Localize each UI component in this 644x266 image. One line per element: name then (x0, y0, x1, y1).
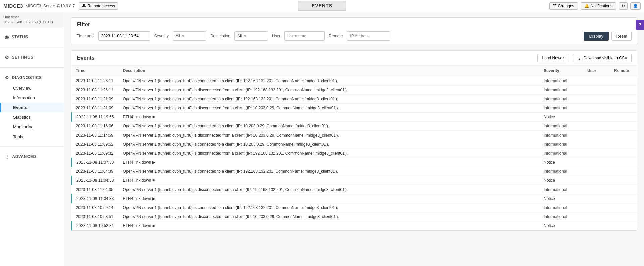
cell-remote (610, 158, 637, 167)
cell-user (583, 185, 610, 194)
cell-severity: Informational (540, 95, 583, 104)
sidebar-item-events[interactable]: Events (0, 103, 64, 112)
remote-access-button[interactable]: 🖧 Remote access (79, 2, 118, 10)
cell-remote (610, 95, 637, 104)
refresh-button[interactable]: ↻ (619, 2, 628, 10)
sidebar-item-tools[interactable]: Tools (0, 132, 64, 142)
col-header-description: Description (119, 66, 540, 76)
cell-user (583, 203, 610, 212)
load-newer-button[interactable]: Load Newer (537, 54, 569, 62)
sidebar-item-status[interactable]: ◉ STATUS (0, 32, 64, 42)
cell-description: OpenVPN server 1 (tunnel: ovpn_tun0) is … (119, 104, 540, 113)
cell-user (583, 95, 610, 104)
cell-remote (610, 76, 637, 86)
table-row: 2023-11-08 11:04:35OpenVPN server 1 (tun… (72, 185, 637, 194)
cell-severity: Informational (540, 122, 583, 131)
display-button[interactable]: Display (584, 32, 609, 41)
sidebar: Unit time: 2023-11-08 11:28:59 (UTC+1) ◉… (0, 12, 64, 266)
cell-time: 2023-11-08 11:21:09 (72, 104, 119, 113)
download-icon: ⭳ (577, 56, 581, 60)
logo: M!DGE3 (3, 3, 23, 9)
cell-description: OpenVPN server 1 (tunnel: ovpn_tun0) is … (119, 131, 540, 140)
cell-time: 2023-11-08 10:52:31 (72, 221, 119, 230)
cell-remote (610, 176, 637, 185)
remote-access-icon: 🖧 (82, 4, 86, 8)
remote-input[interactable] (347, 31, 390, 41)
sidebar-item-settings[interactable]: ⚙ SETTINGS (0, 52, 64, 63)
nav-section-status: ◉ STATUS (0, 28, 64, 46)
cell-user (583, 167, 610, 176)
download-csv-button[interactable]: ⭳ Download visible in CSV (573, 54, 632, 62)
severity-label: Severity (154, 34, 169, 38)
sidebar-item-monitoring[interactable]: Monitoring (0, 122, 64, 132)
severity-select[interactable]: All ▼ (173, 31, 206, 41)
cell-user (583, 104, 610, 113)
cell-description: ETH4 link down ▶ (119, 158, 540, 167)
sidebar-item-overview[interactable]: Overview (0, 83, 64, 93)
diagnostics-icon: ⚙ (5, 75, 9, 81)
filter-actions: Display Reset (584, 32, 632, 41)
cell-severity: Informational (540, 76, 583, 86)
bell-icon: 🔔 (584, 4, 589, 8)
cell-remote (610, 221, 637, 230)
reset-button[interactable]: Reset (611, 32, 632, 41)
events-header-right: Load Newer ⭳ Download visible in CSV (537, 54, 632, 62)
cell-severity: Notice (540, 176, 583, 185)
sidebar-item-statistics[interactable]: Statistics (0, 112, 64, 122)
cell-remote (610, 140, 637, 149)
col-header-severity: Severity (540, 66, 583, 76)
cell-user (583, 113, 610, 122)
col-header-remote: Remote (610, 66, 637, 76)
user-label: User (272, 34, 280, 38)
cell-description: OpenVPN server 1 (tunnel: ovpn_tun0) is … (119, 167, 540, 176)
cell-user (583, 122, 610, 131)
user-button[interactable]: 👤 (630, 2, 641, 10)
sidebar-item-information[interactable]: Information (0, 93, 64, 103)
filter-title: Filter (77, 22, 632, 28)
table-row: 2023-11-08 11:16:06OpenVPN server 1 (tun… (72, 122, 637, 131)
cell-user (583, 76, 610, 86)
user-input[interactable] (284, 31, 325, 41)
header-right: ☷ Changes 🔔 Notifications ↻ 👤 (549, 2, 641, 10)
cell-remote (610, 194, 637, 203)
time-until-label: Time until (77, 34, 94, 38)
sidebar-item-diagnostics[interactable]: ⚙ DIAGNOSTICS (0, 72, 64, 83)
nav-divider-3 (0, 146, 64, 147)
cell-user (583, 158, 610, 167)
cell-severity: Informational (540, 185, 583, 194)
help-button[interactable]: ? (636, 20, 644, 30)
cell-severity: Notice (540, 113, 583, 122)
cell-time: 2023-11-08 11:04:39 (72, 167, 119, 176)
table-row: 2023-11-08 11:14:59OpenVPN server 1 (tun… (72, 131, 637, 140)
unit-time: Unit time: 2023-11-08 11:28:59 (UTC+1) (0, 12, 64, 28)
description-label: Description (210, 34, 230, 38)
cell-time: 2023-11-08 11:26:11 (72, 76, 119, 86)
page-title: EVENTS (298, 1, 346, 11)
cell-time: 2023-11-08 11:26:11 (72, 86, 119, 95)
description-select[interactable]: All ▼ (234, 31, 268, 41)
cell-time: 2023-11-08 11:16:06 (72, 122, 119, 131)
cell-severity: Informational (540, 203, 583, 212)
time-until-input[interactable] (98, 31, 150, 41)
notifications-button[interactable]: 🔔 Notifications (581, 2, 616, 10)
nav-divider-1 (0, 47, 64, 47)
cell-remote (610, 167, 637, 176)
sidebar-item-advanced[interactable]: ⋮ ADVANCED (0, 151, 64, 162)
description-arrow-icon: ▼ (243, 34, 247, 38)
cell-remote (610, 86, 637, 95)
changes-button[interactable]: ☷ Changes (549, 2, 578, 10)
cell-time: 2023-11-08 11:09:32 (72, 149, 119, 158)
cell-time: 2023-11-08 11:21:09 (72, 95, 119, 104)
cell-user (583, 194, 610, 203)
cell-description: OpenVPN server 1 (tunnel: ovpn_tun0) is … (119, 149, 540, 158)
nav-divider-2 (0, 67, 64, 68)
cell-remote (610, 149, 637, 158)
cell-remote (610, 113, 637, 122)
cell-severity: Informational (540, 212, 583, 221)
cell-user (583, 140, 610, 149)
status-icon: ◉ (5, 34, 9, 40)
nav-section-diagnostics: ⚙ DIAGNOSTICS Overview Information Event… (0, 69, 64, 145)
cell-severity: Notice (540, 221, 583, 230)
cell-description: OpenVPN server 1 (tunnel: ovpn_tun0) is … (119, 140, 540, 149)
table-row: 2023-11-08 11:26:11OpenVPN server 1 (tun… (72, 76, 637, 86)
